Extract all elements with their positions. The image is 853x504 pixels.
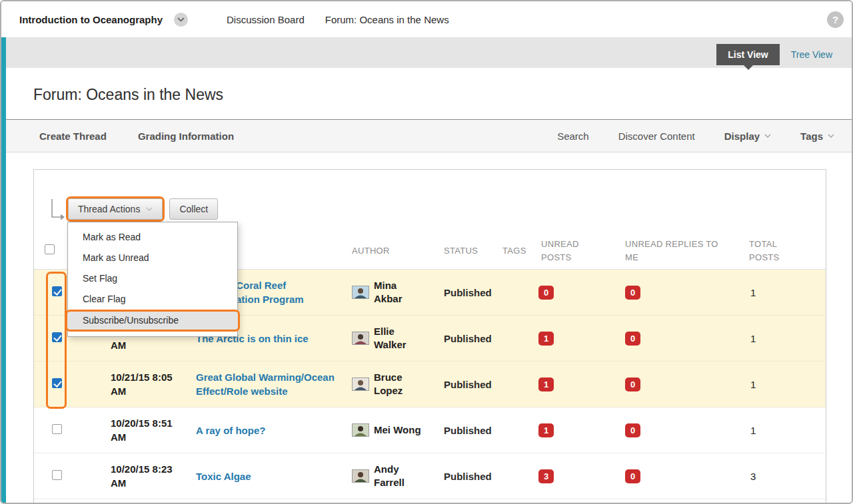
help-icon[interactable]: ?	[827, 11, 844, 28]
unread-replies-badge[interactable]: 0	[625, 378, 640, 391]
chevron-down-icon	[764, 134, 771, 138]
chevron-down-icon	[828, 134, 834, 138]
grading-information-button[interactable]: Grading Information	[138, 130, 234, 142]
thread-status: Published	[444, 425, 502, 436]
thread-actions-label: Thread Actions	[78, 204, 140, 214]
unread-replies-badge[interactable]: 0	[625, 286, 640, 300]
thread-author: Mina Akbar	[352, 279, 444, 306]
row-checkbox[interactable]	[52, 378, 62, 388]
unread-replies-badge[interactable]: 0	[625, 332, 640, 346]
total-posts: 1	[749, 379, 826, 390]
select-all-checkbox[interactable]	[45, 244, 55, 254]
header-unread-replies: UNREAD REPLIES TO ME	[625, 238, 726, 264]
thread-date: 10/20/15 8:23 AM	[111, 462, 196, 490]
total-posts: 1	[749, 333, 826, 344]
course-title: Introduction to Oceanography	[19, 14, 163, 25]
thread-author: Andy Farrell	[352, 463, 444, 489]
author-name: Mei Wong	[374, 423, 421, 437]
thread-date: 10/21/15 8:05 AM	[111, 370, 196, 398]
unread-posts-badge[interactable]: 3	[538, 469, 554, 483]
course-accent-stripe	[1, 37, 6, 503]
header-tags: TAGS	[502, 244, 537, 258]
tags-dropdown[interactable]: Tags	[800, 130, 834, 142]
thread-author: Mei Wong	[352, 423, 444, 437]
active-tab-pointer-icon	[744, 65, 753, 75]
unread-posts-badge[interactable]: 1	[538, 423, 554, 437]
total-posts: 3	[749, 471, 826, 482]
thread-author: Ellie Walker	[352, 325, 444, 352]
table-row: 10/20/15 8:51 AM A ray of hope? Mei Wong…	[34, 407, 826, 453]
menu-item-mark-as-read[interactable]: Mark as Read	[68, 227, 237, 248]
thread-status: Published	[444, 333, 502, 344]
header-unread-posts: UNREAD POSTS	[541, 238, 589, 264]
search-button[interactable]: Search	[557, 130, 589, 142]
tab-list-view-label: List View	[728, 49, 768, 60]
thread-status: Published	[444, 471, 502, 482]
page-title: Forum: Oceans in the News	[33, 86, 852, 104]
author-avatar	[352, 469, 369, 483]
author-name: Ellie Walker	[374, 325, 427, 352]
author-avatar	[352, 378, 369, 391]
thread-actions-highlight: Thread Actions	[66, 196, 165, 222]
unread-posts-badge[interactable]: 1	[538, 332, 554, 346]
tab-tree-view[interactable]: Tree View	[780, 44, 844, 65]
author-name: Mina Akbar	[374, 279, 427, 306]
thread-link[interactable]: Toxic Algae	[196, 469, 251, 483]
breadcrumb-forum[interactable]: Forum: Oceans in the News	[325, 14, 449, 25]
menu-item-mark-as-unread[interactable]: Mark as Unread	[68, 248, 237, 268]
course-menu-chevron-icon[interactable]	[174, 13, 188, 27]
unread-posts-badge[interactable]: 1	[538, 378, 554, 391]
top-bar: Introduction to Oceanography Discussion …	[1, 1, 852, 37]
row-checkbox[interactable]	[52, 470, 62, 480]
thread-status: Published	[444, 379, 502, 390]
view-mode-bar: List View Tree View	[1, 37, 852, 68]
table-row: 10/21/15 8:05 AM Great Global Warming/Oc…	[34, 362, 826, 407]
thread-link[interactable]: Great Global Warming/Ocean Effect/Role w…	[196, 370, 339, 398]
thread-author: Bruce Lopez	[352, 371, 444, 397]
unread-replies-badge[interactable]: 0	[625, 469, 640, 483]
unread-posts-badge[interactable]: 0	[538, 286, 554, 300]
row-checkbox[interactable]	[52, 424, 62, 434]
create-thread-button[interactable]: Create Thread	[39, 130, 107, 142]
total-posts: 1	[749, 425, 826, 436]
action-bar-right: Search Discover Content Display Tags	[557, 130, 834, 142]
apply-to-selected-arrow-icon	[49, 198, 66, 224]
author-name: Andy Farrell	[374, 463, 427, 489]
chevron-down-icon	[146, 207, 153, 211]
row-checkbox[interactable]	[52, 286, 62, 296]
display-dropdown[interactable]: Display	[724, 130, 771, 142]
menu-item-subscribe-unsubscribe[interactable]: Subscribe/Unsubscribe	[65, 310, 240, 332]
header-author: AUTHOR	[352, 244, 444, 258]
action-bar: Create Thread Grading Information Search…	[1, 119, 852, 152]
thread-date: 10/20/15 8:51 AM	[111, 416, 196, 444]
action-bar-left: Create Thread Grading Information	[39, 130, 234, 142]
thread-link[interactable]: A ray of hope?	[196, 423, 265, 437]
header-status: STATUS	[444, 244, 502, 258]
collect-button[interactable]: Collect	[169, 198, 218, 220]
menu-item-set-flag[interactable]: Set Flag	[68, 268, 237, 289]
tab-list-view[interactable]: List View	[716, 44, 779, 65]
discover-content-button[interactable]: Discover Content	[618, 130, 695, 142]
row-checkbox[interactable]	[52, 332, 62, 342]
thread-list-card: Thread Actions Collect Mark as Read Mark…	[33, 169, 826, 504]
total-posts: 1	[749, 287, 826, 298]
author-avatar	[352, 332, 369, 345]
thread-actions-button[interactable]: Thread Actions	[68, 198, 163, 220]
unread-replies-badge[interactable]: 0	[625, 423, 640, 437]
forum-page: Introduction to Oceanography Discussion …	[0, 0, 853, 504]
breadcrumb-discussion-board[interactable]: Discussion Board	[227, 14, 305, 25]
header-total-posts: TOTAL POSTS	[749, 238, 790, 264]
display-dropdown-label: Display	[724, 130, 760, 142]
title-section: Forum: Oceans in the News	[1, 68, 852, 119]
author-name: Bruce Lopez	[374, 371, 427, 397]
menu-item-clear-flag[interactable]: Clear Flag	[68, 289, 237, 310]
thread-actions-menu: Mark as Read Mark as Unread Set Flag Cle…	[67, 222, 238, 337]
thread-status: Published	[444, 287, 502, 298]
thread-toolbar: Thread Actions Collect	[49, 196, 218, 224]
tags-dropdown-label: Tags	[800, 130, 823, 142]
author-avatar	[352, 423, 369, 437]
breadcrumb: Discussion Board Forum: Oceans in the Ne…	[227, 14, 449, 25]
author-avatar	[352, 286, 369, 299]
table-row: 10/20/15 8:23 AM Toxic Algae Andy Farrel…	[34, 453, 826, 499]
